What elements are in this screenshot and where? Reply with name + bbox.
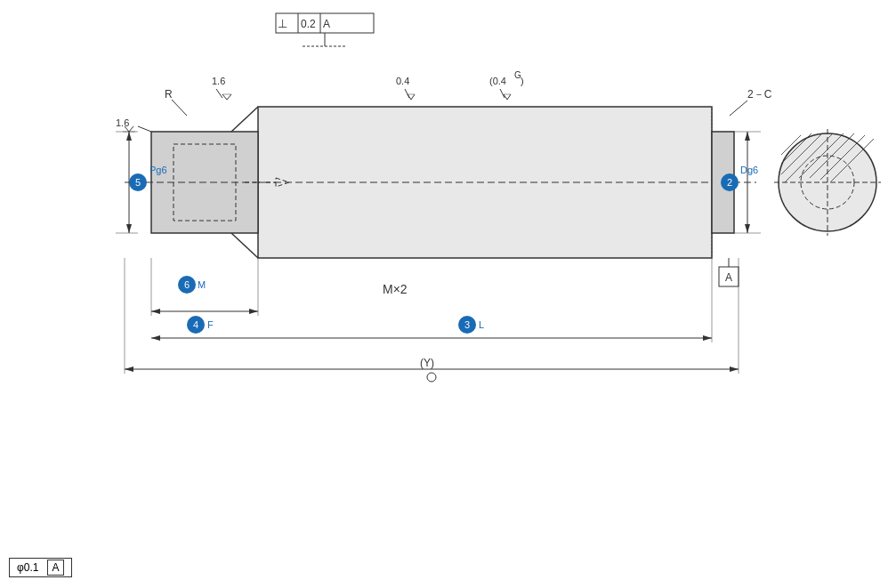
svg-text:0.2: 0.2 <box>301 18 316 30</box>
svg-text:0.4: 0.4 <box>396 76 409 86</box>
svg-text:A: A <box>725 271 732 284</box>
phi-tolerance-box: φ0.1 A <box>9 558 72 577</box>
svg-text:6: 6 <box>184 279 190 290</box>
svg-text:F: F <box>207 319 214 330</box>
svg-text:(Y): (Y) <box>420 357 434 369</box>
svg-text:L: L <box>479 319 484 330</box>
svg-text:2－C: 2－C <box>747 88 772 101</box>
svg-text:5: 5 <box>135 177 141 188</box>
svg-text:1.6: 1.6 <box>116 117 129 128</box>
svg-text:3: 3 <box>464 319 470 330</box>
svg-text:): ) <box>521 76 524 86</box>
svg-text:(0.4: (0.4 <box>489 76 506 86</box>
svg-text:⊥: ⊥ <box>278 17 287 30</box>
phi-a-label: A <box>47 560 63 576</box>
svg-text:Dg6: Dg6 <box>740 165 758 175</box>
svg-text:4: 4 <box>193 319 198 330</box>
svg-text:A: A <box>323 18 330 30</box>
svg-text:M×2: M×2 <box>383 282 408 296</box>
svg-text:M: M <box>198 279 206 290</box>
svg-text:Pg6: Pg6 <box>149 165 167 175</box>
svg-text:1.6: 1.6 <box>212 76 225 86</box>
phi-label: φ0.1 <box>17 561 38 574</box>
svg-text:2: 2 <box>727 177 732 188</box>
svg-text:R: R <box>165 88 173 101</box>
technical-diagram: ⊥ 0.2 A R 1.6 1.6 0.4 (0.4 <box>0 0 888 391</box>
